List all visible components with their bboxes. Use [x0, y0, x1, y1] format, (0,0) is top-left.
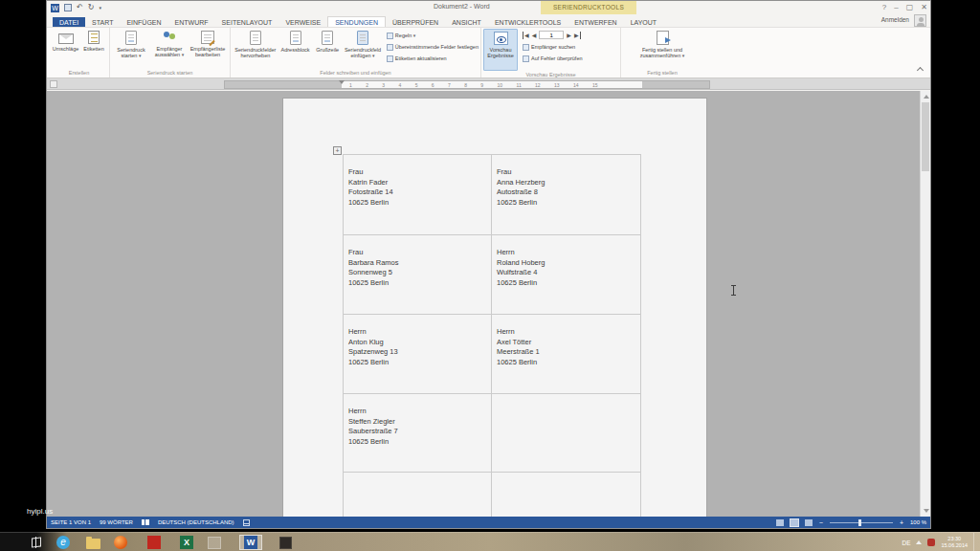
taskbar-excel-icon[interactable]: X [175, 535, 198, 550]
label-cell-empty[interactable] [492, 473, 641, 517]
collapse-ribbon-icon[interactable] [917, 67, 924, 74]
label-cell[interactable]: Herrn Steffen Ziegler Sauberstraße 7 106… [344, 394, 492, 473]
mail-merge-status-icon[interactable] [243, 519, 250, 526]
last-record-button[interactable]: ▶ [574, 32, 581, 39]
ruler-corner-icon[interactable] [50, 80, 57, 88]
minimize-button[interactable]: – [894, 2, 898, 12]
seriendruck-starten-button[interactable]: Seriendruck starten ▾ [112, 29, 150, 58]
document-page[interactable]: + Frau Katrin Fader Fotostraße 14 10625 … [283, 99, 706, 517]
signin-label[interactable]: Anmelden [881, 16, 909, 23]
zoom-out-icon[interactable]: − [819, 519, 823, 526]
label-cell[interactable]: Herrn Roland Hoberg Wulfstraße 4 10625 B… [492, 235, 641, 315]
undo-icon[interactable]: ↶ [77, 3, 83, 12]
label-cell[interactable]: Frau Anna Herzberg Autostraße 8 10625 Be… [492, 155, 641, 235]
finish-merge-icon [657, 31, 669, 45]
label-cell[interactable]: Frau Barbara Ramos Sonnenweg 5 10625 Ber… [344, 235, 492, 315]
tab-ansicht[interactable]: ANSICHT [445, 17, 488, 27]
next-record-button[interactable]: ▶ [567, 32, 571, 39]
tab-entwurf[interactable]: ENTWURF [168, 17, 215, 27]
tab-entwicklertools[interactable]: ENTWICKLERTOOLS [488, 17, 568, 27]
auf-fehler-ueberpruefen-button[interactable]: Auf Fehler überprüfen [523, 55, 583, 63]
seriendruckfeld-einfuegen-button[interactable]: Seriendruckfeld einfügen ▾ [343, 29, 383, 58]
document-canvas: + Frau Katrin Fader Fotostraße 14 10625 … [47, 91, 930, 517]
page-indicator[interactable]: SEITE 1 VON 1 [51, 519, 91, 525]
zoom-level[interactable]: 100 % [910, 519, 926, 525]
document-title: Dokument2 - Word [434, 3, 490, 10]
keyboard-language[interactable]: DE [902, 540, 910, 546]
zoom-slider-thumb[interactable] [858, 519, 861, 526]
umschlaege-button[interactable]: Umschläge [51, 29, 80, 52]
seriendruckfelder-hervorheben-button[interactable]: Seriendruckfelder hervorheben [233, 29, 278, 58]
label-cell-empty[interactable] [492, 394, 641, 473]
address-block-icon [290, 31, 301, 45]
help-button[interactable]: ? [882, 2, 886, 12]
label-cell[interactable]: Herrn Axel Tötter Meerstraße 1 10625 Ber… [492, 315, 641, 394]
taskbar-clock[interactable]: 23:30 15.06.2014 [941, 536, 968, 549]
label-cell[interactable]: Frau Katrin Fader Fotostraße 14 10625 Be… [344, 155, 492, 235]
horizontal-ruler[interactable]: 1 2 3 4 5 6 7 8 9 10 11 12 13 14 15 [224, 80, 710, 89]
print-layout-icon[interactable] [791, 519, 798, 526]
qat-customize-icon[interactable]: ▾ [99, 3, 101, 12]
empfaengerliste-bearbeiten-button[interactable]: Empfängerliste bearbeiten [189, 29, 227, 57]
tray-app-icon[interactable] [927, 539, 935, 546]
taskbar-pinned-app-icon[interactable] [203, 535, 226, 550]
record-number-input[interactable] [539, 31, 564, 39]
recipients-icon [163, 31, 177, 44]
taskbar-ie-icon[interactable]: e [52, 535, 75, 550]
etiketten-button[interactable]: Etiketten [80, 29, 107, 52]
tab-entwerfen[interactable]: ENTWERFEN [568, 17, 623, 27]
fertig-stellen-button[interactable]: Fertig stellen und zusammenführen ▾ [634, 29, 691, 58]
empfaenger-suchen-button[interactable]: Empfänger suchen [523, 43, 583, 52]
read-mode-icon[interactable] [776, 519, 784, 526]
label-cell[interactable]: Herrn Anton Klug Spatzenweg 13 10625 Ber… [344, 315, 492, 394]
system-tray: DE 23:30 15.06.2014 [902, 533, 977, 551]
tab-sendungen[interactable]: SENDUNGEN [327, 16, 386, 27]
taskbar-word-icon[interactable]: W [239, 535, 262, 550]
tab-seitenlayout[interactable]: SEITENLAYOUT [215, 17, 279, 27]
first-record-button[interactable]: ◀ [523, 32, 529, 39]
tab-verweise[interactable]: VERWEISE [278, 17, 327, 27]
hidden-icons-chevron[interactable] [916, 540, 922, 544]
redo-icon[interactable]: ↻ [88, 3, 95, 12]
regeln-button[interactable]: Regeln ▾ [387, 32, 479, 40]
clock-date: 15.06.2014 [941, 542, 968, 549]
web-layout-icon[interactable] [805, 519, 813, 526]
scroll-down-icon[interactable] [924, 509, 929, 513]
zoom-slider[interactable] [830, 522, 893, 523]
tab-datei[interactable]: DATEI [53, 17, 85, 27]
previous-record-button[interactable]: ◀ [532, 32, 537, 39]
etiketten-aktualisieren-button[interactable]: Etiketten aktualisieren [387, 55, 479, 63]
zoom-in-icon[interactable]: + [900, 519, 903, 526]
tab-start[interactable]: START [85, 17, 120, 27]
scroll-up-icon[interactable] [924, 95, 929, 99]
user-avatar[interactable] [914, 14, 926, 27]
grusszeile-button[interactable]: Grußzeile [312, 29, 343, 53]
language-indicator[interactable]: DEUTSCH (DEUTSCHLAND) [158, 519, 234, 525]
taskbar-explorer-icon[interactable] [81, 535, 104, 550]
vorschau-ergebnisse-button[interactable]: Vorschau Ergebnisse [483, 29, 518, 71]
restore-button[interactable]: ▢ [906, 2, 914, 12]
show-desktop-button[interactable] [973, 533, 977, 551]
save-icon[interactable] [64, 4, 72, 11]
start-button[interactable] [32, 538, 41, 547]
table-move-handle[interactable]: + [333, 146, 342, 155]
taskbar-firefox-icon[interactable] [109, 535, 132, 550]
adressblock-button[interactable]: Adressblock [278, 29, 313, 53]
proofing-icon[interactable] [142, 519, 149, 525]
group-label-erstellen: Erstellen [51, 69, 107, 77]
taskbar-red-app-icon[interactable] [143, 535, 166, 550]
empfaenger-auswaehlen-button[interactable]: Empfänger auswählen ▾ [150, 29, 189, 57]
tab-ueberpruefen[interactable]: ÜBERPRÜFEN [386, 17, 445, 27]
highlight-fields-icon [250, 31, 261, 45]
label-cell-empty[interactable] [344, 473, 492, 517]
taskbar-dark-app-icon[interactable] [274, 535, 297, 550]
uebereinstimmende-felder-button[interactable]: Übereinstimmende Felder festlegen [387, 43, 479, 52]
tab-einfuegen[interactable]: EINFÜGEN [120, 17, 167, 27]
word-count[interactable]: 99 WÖRTER [100, 519, 133, 525]
tab-layout[interactable]: LAYOUT [624, 17, 664, 27]
vertical-scrollbar[interactable] [920, 91, 930, 517]
text-cursor-pointer [733, 285, 734, 296]
indent-marker-icon[interactable] [339, 80, 345, 84]
close-button[interactable]: ✕ [921, 2, 927, 12]
scrollbar-thumb[interactable] [922, 102, 929, 171]
